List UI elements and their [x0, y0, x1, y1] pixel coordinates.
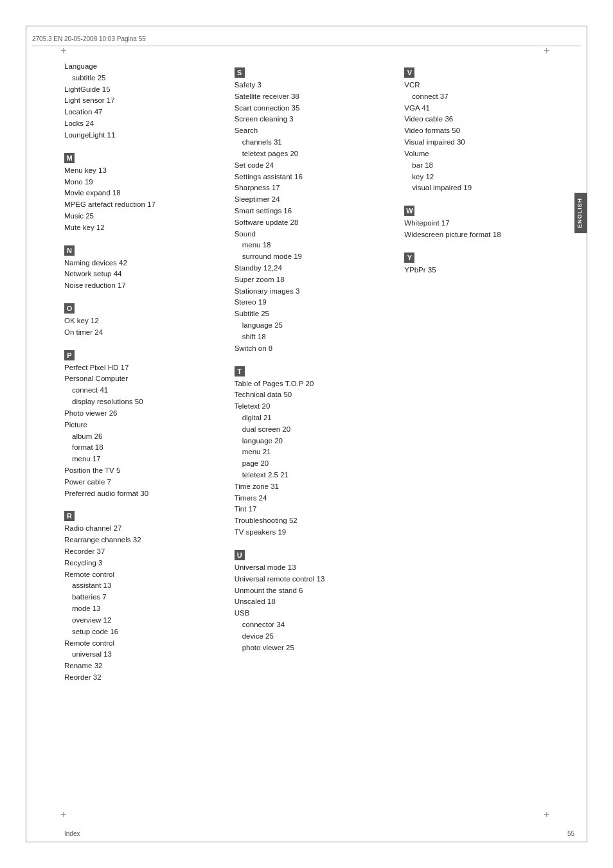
index-entry: Set code 24: [235, 160, 392, 172]
index-entry: display resolutions 50: [64, 396, 222, 408]
index-entry: Picture: [64, 420, 222, 431]
index-entry: Screen cleaning 3: [235, 114, 392, 125]
index-entry: Scart connection 35: [235, 103, 392, 114]
index-entry: VCR: [404, 80, 562, 91]
index-entry: page 20: [235, 458, 392, 470]
section-header-U: U: [235, 544, 392, 562]
footer-right: 55: [567, 830, 574, 837]
footer: Index 55: [64, 830, 574, 837]
section-header-P: P: [64, 344, 222, 362]
section-header-N: N: [64, 239, 222, 258]
crosshair-top-right: [542, 46, 554, 58]
index-entry: Standby 12,24: [235, 263, 392, 274]
index-entry: Recorder 37: [64, 546, 222, 558]
index-entry: Unscaled 18: [235, 596, 392, 608]
index-entry: visual impaired 19: [404, 182, 562, 194]
english-tab: ENGLISH: [574, 193, 587, 233]
page-border-bottom: [26, 842, 587, 842]
index-entry: Universal mode 13: [235, 562, 392, 574]
index-entry: overview 12: [64, 615, 222, 626]
section-header-M: M: [64, 146, 222, 165]
section-header-W: W: [404, 199, 562, 218]
index-entry: subtitle 25: [64, 73, 222, 84]
index-entry: Mono 19: [64, 177, 222, 188]
index-entry: Radio channel 27: [64, 523, 222, 535]
index-entry: assistant 13: [64, 580, 222, 592]
index-entry: Stationary images 3: [235, 286, 392, 297]
index-entry: dual screen 20: [235, 424, 392, 436]
index-entry: Location 47: [64, 107, 222, 118]
index-entry: surround mode 19: [235, 251, 392, 263]
index-entry: Satellite receiver 38: [235, 91, 392, 103]
index-entry: Position the TV 5: [64, 465, 222, 477]
index-entry: menu 18: [235, 240, 392, 251]
section-badge-R: R: [64, 511, 75, 521]
index-entry: Movie expand 18: [64, 188, 222, 199]
index-entry: channels 31: [235, 137, 392, 148]
section-header-Y: Y: [404, 246, 562, 265]
section-badge-S: S: [235, 67, 245, 78]
section-badge-N: N: [64, 245, 75, 256]
index-entry: Photo viewer 26: [64, 408, 222, 420]
index-entry: Whitepoint 17: [404, 218, 562, 229]
index-entry: format 18: [64, 442, 222, 454]
index-entry: YPbPr 35: [404, 265, 562, 276]
index-entry: album 26: [64, 431, 222, 443]
page-border-left: [26, 26, 26, 842]
index-entry: Reorder 32: [64, 672, 222, 684]
index-entry: Search: [235, 125, 392, 137]
footer-left: Index: [64, 830, 80, 837]
index-entry: Personal Computer: [64, 373, 222, 385]
section-badge-M: M: [64, 153, 75, 163]
section-badge-W: W: [404, 206, 414, 216]
main-content: Languagesubtitle 25LightGuide 15Light se…: [64, 61, 568, 829]
index-entry: Technical data 50: [235, 389, 392, 401]
index-entry: Tint 17: [235, 504, 392, 515]
index-entry: Sound: [235, 229, 392, 240]
index-entry: TV speakers 19: [235, 527, 392, 538]
header-text: 2705.3 EN 20-05-2008 10:03 Pagina 55: [32, 35, 146, 42]
index-entry: Language: [64, 61, 222, 73]
index-entry: Timers 24: [235, 493, 392, 504]
index-entry: mode 13: [64, 603, 222, 615]
crosshair-top-left: [59, 46, 71, 58]
index-entry: batteries 7: [64, 592, 222, 603]
index-entry: On timer 24: [64, 327, 222, 339]
index-entry: Remote control: [64, 569, 222, 581]
index-entry: Time zone 31: [235, 481, 392, 493]
index-entry: Sleeptimer 24: [235, 194, 392, 206]
index-entry: key 12: [404, 172, 562, 183]
index-entry: Switch on 8: [235, 343, 392, 355]
section-badge-V: V: [404, 67, 414, 78]
index-entry: Widescreen picture format 18: [404, 229, 562, 241]
index-entry: MPEG artefact reduction 17: [64, 199, 222, 211]
index-entry: Unmount the stand 6: [235, 585, 392, 597]
index-entry: Troubleshooting 52: [235, 515, 392, 527]
section-badge-T: T: [235, 366, 245, 376]
index-entry: Network setup 44: [64, 269, 222, 280]
index-entry: digital 21: [235, 412, 392, 424]
index-entry: Visual impaired 30: [404, 137, 562, 148]
index-entry: Rearrange channels 32: [64, 535, 222, 546]
index-entry: Universal remote control 13: [235, 574, 392, 585]
index-entry: Preferred audio format 30: [64, 488, 222, 500]
header-bar: 2705.3 EN 20-05-2008 10:03 Pagina 55: [32, 32, 581, 46]
index-entry: shift 18: [235, 332, 392, 343]
index-entry: VGA 41: [404, 103, 562, 114]
index-entry: Table of Pages T.O.P 20: [235, 378, 392, 390]
column-2: VVCRconnect 37VGA 41Video cable 36Video …: [398, 61, 568, 829]
column-0: Languagesubtitle 25LightGuide 15Light se…: [64, 61, 228, 829]
section-header-T: T: [235, 360, 392, 378]
index-entry: Subtitle 25: [235, 308, 392, 320]
index-entry: USB: [235, 608, 392, 619]
index-entry: language 20: [235, 436, 392, 447]
index-entry: Rename 32: [64, 660, 222, 672]
index-entry: Volume: [404, 148, 562, 160]
index-entry: Settings assistant 16: [235, 172, 392, 183]
section-badge-O: O: [64, 303, 75, 314]
index-entry: Super zoom 18: [235, 274, 392, 286]
section-badge-U: U: [235, 550, 245, 560]
index-entry: Locks 24: [64, 118, 222, 130]
index-entry: Music 25: [64, 211, 222, 222]
index-entry: Power cable 7: [64, 477, 222, 488]
